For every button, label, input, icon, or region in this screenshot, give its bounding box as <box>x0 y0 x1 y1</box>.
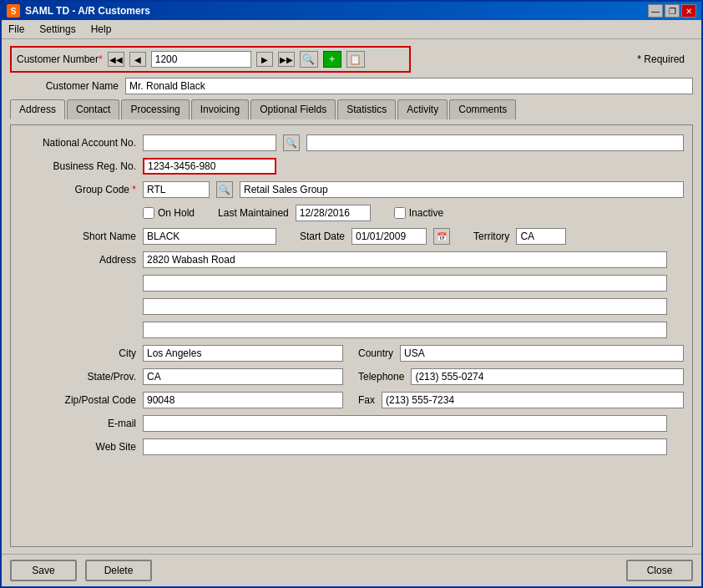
state-input[interactable] <box>143 368 343 385</box>
on-hold-wrapper: On Hold <box>143 207 195 219</box>
first-record-button[interactable]: ◀◀ <box>108 52 124 67</box>
menu-settings[interactable]: Settings <box>36 22 78 37</box>
main-window: S SAML TD - A/R Customers — ❐ ✕ File Set… <box>0 0 703 588</box>
group-code-input[interactable] <box>143 181 210 198</box>
business-reg-row: Business Reg. No. <box>19 157 684 175</box>
customer-number-label: Customer Number* <box>17 53 103 65</box>
bottom-bar: Save Delete Close <box>2 554 701 586</box>
territory-label: Territory <box>473 231 509 242</box>
telephone-label: Telephone <box>358 371 404 383</box>
website-input[interactable] <box>143 438 667 455</box>
website-label: Web Site <box>19 441 136 453</box>
national-account-label: National Account No. <box>19 137 136 149</box>
business-reg-input[interactable] <box>143 158 276 175</box>
minimize-button[interactable]: — <box>648 4 663 18</box>
restore-button[interactable]: ❐ <box>665 4 680 18</box>
menu-bar: File Settings Help <box>2 20 701 39</box>
state-label: State/Prov. <box>19 371 136 383</box>
tab-processing[interactable]: Processing <box>121 99 189 119</box>
last-record-button[interactable]: ▶▶ <box>278 52 295 67</box>
country-label: Country <box>358 347 393 359</box>
zip-fax-row: Zip/Postal Code Fax <box>19 391 684 409</box>
required-note: * Required <box>637 53 685 65</box>
tab-address[interactable]: Address <box>10 99 65 119</box>
national-account-input[interactable] <box>143 134 276 151</box>
title-bar: S SAML TD - A/R Customers — ❐ ✕ <box>2 2 701 20</box>
right-button-group: Close <box>626 560 693 581</box>
national-account-row: National Account No. 🔍 <box>19 134 684 152</box>
city-country-row: City Country <box>19 344 684 362</box>
next-record-button[interactable]: ▶ <box>256 52 273 67</box>
calendar-button[interactable]: 📅 <box>433 228 450 245</box>
fax-input[interactable] <box>382 392 684 408</box>
window-title: SAML TD - A/R Customers <box>25 5 150 17</box>
last-maintained-input[interactable] <box>296 205 371 221</box>
prev-record-button[interactable]: ◀ <box>129 52 146 67</box>
address-line4-input[interactable] <box>143 322 667 338</box>
address-row-4 <box>19 321 684 339</box>
tab-contact[interactable]: Contact <box>67 99 119 119</box>
app-icon: S <box>7 4 20 18</box>
email-row: E-mail <box>19 414 684 433</box>
add-customer-button[interactable]: + <box>323 51 341 68</box>
group-code-search-button[interactable]: 🔍 <box>216 181 233 198</box>
email-label: E-mail <box>19 418 136 429</box>
group-code-description-input[interactable] <box>240 181 684 198</box>
start-date-label: Start Date <box>300 231 345 242</box>
delete-button[interactable]: Delete <box>85 560 152 581</box>
telephone-input[interactable] <box>411 368 684 385</box>
zip-input[interactable] <box>143 392 343 408</box>
customer-name-input[interactable] <box>125 78 693 94</box>
state-telephone-row: State/Prov. Telephone <box>19 368 684 386</box>
customer-name-label: Customer Name <box>10 80 119 92</box>
inactive-label: Inactive <box>409 207 443 219</box>
inactive-wrapper: Inactive <box>394 207 443 219</box>
email-input[interactable] <box>143 415 667 432</box>
address-line1-input[interactable] <box>143 251 667 268</box>
group-code-label: Group Code * <box>19 184 136 195</box>
last-maintained-label: Last Maintained <box>218 207 289 219</box>
customer-number-input[interactable] <box>151 51 251 68</box>
zip-label: Zip/Postal Code <box>19 394 136 406</box>
short-name-input[interactable] <box>143 228 276 245</box>
address-line2-input[interactable] <box>143 275 667 291</box>
tab-content-address: National Account No. 🔍 Business Reg. No.… <box>10 124 693 547</box>
fax-label: Fax <box>358 394 375 406</box>
close-button[interactable]: Close <box>626 560 693 581</box>
national-account-search-button[interactable]: 🔍 <box>283 134 300 151</box>
close-window-button[interactable]: ✕ <box>681 4 696 18</box>
customer-number-row: Customer Number* ◀◀ ◀ ▶ ▶▶ 🔍 + 📋 <box>10 46 411 73</box>
territory-input[interactable] <box>516 228 566 245</box>
on-hold-row: On Hold Last Maintained Inactive <box>19 204 684 222</box>
title-bar-left: S SAML TD - A/R Customers <box>7 4 150 18</box>
group-code-row: Group Code * 🔍 <box>19 180 684 199</box>
tab-comments[interactable]: Comments <box>449 99 516 119</box>
title-buttons: — ❐ ✕ <box>648 4 696 18</box>
city-input[interactable] <box>143 345 343 362</box>
short-name-row: Short Name Start Date 📅 Territory <box>19 227 684 246</box>
on-hold-checkbox[interactable] <box>143 207 154 219</box>
short-name-label: Short Name <box>19 231 136 242</box>
on-hold-label: On Hold <box>158 207 195 219</box>
save-button[interactable]: Save <box>10 560 77 581</box>
search-customer-button[interactable]: 🔍 <box>300 51 318 68</box>
menu-file[interactable]: File <box>5 22 28 37</box>
customer-name-row: Customer Name <box>10 78 693 94</box>
main-content: Customer Number* ◀◀ ◀ ▶ ▶▶ 🔍 + 📋 * Requi… <box>2 39 701 554</box>
tab-optional-fields[interactable]: Optional Fields <box>250 99 336 119</box>
tab-invoicing[interactable]: Invoicing <box>191 99 249 119</box>
menu-help[interactable]: Help <box>88 22 115 37</box>
start-date-input[interactable] <box>352 228 427 245</box>
address-line3-input[interactable] <box>143 298 667 315</box>
business-reg-label: Business Reg. No. <box>19 160 136 172</box>
national-account-name-input[interactable] <box>306 134 684 151</box>
header-area: Customer Number* ◀◀ ◀ ▶ ▶▶ 🔍 + 📋 * Requi… <box>10 46 693 73</box>
address-row-3 <box>19 297 684 316</box>
copy-customer-button[interactable]: 📋 <box>346 51 365 68</box>
tab-statistics[interactable]: Statistics <box>337 99 396 119</box>
website-row: Web Site <box>19 438 684 456</box>
tab-activity[interactable]: Activity <box>397 99 448 119</box>
country-input[interactable] <box>400 345 684 362</box>
inactive-checkbox[interactable] <box>394 207 406 219</box>
tab-bar: Address Contact Processing Invoicing Opt… <box>10 99 693 119</box>
